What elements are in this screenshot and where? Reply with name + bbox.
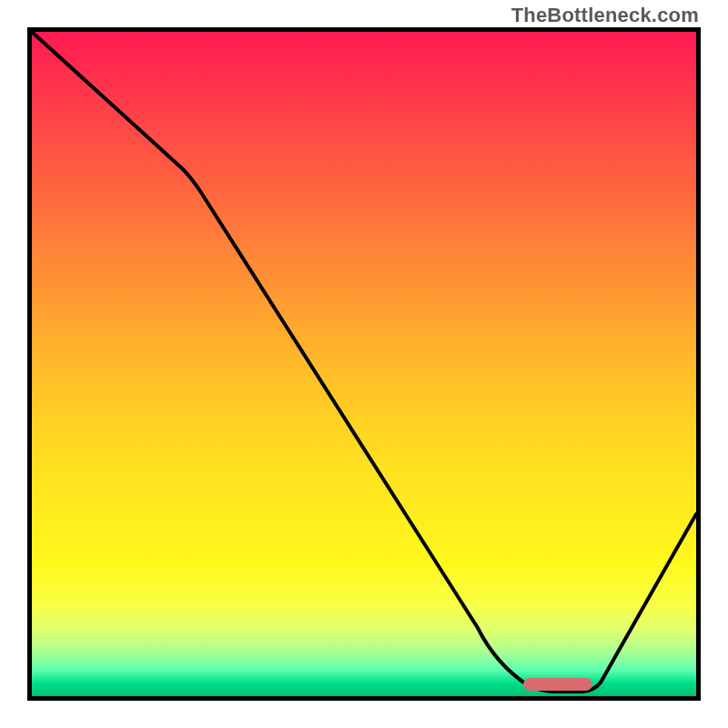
bottleneck-curve [32, 32, 696, 692]
watermark-text: TheBottleneck.com [511, 4, 699, 27]
highlight-marker [523, 678, 592, 691]
plot-area [27, 27, 701, 701]
chart-frame: TheBottleneck.com [0, 0, 728, 728]
gradient-background-with-curve [32, 32, 696, 696]
